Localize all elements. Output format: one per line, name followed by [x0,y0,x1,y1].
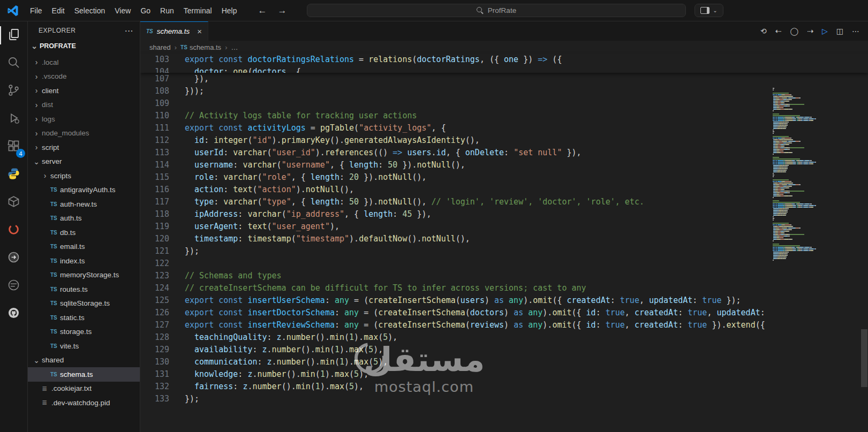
code-line[interactable]: 111export const activityLogs = pgTable("… [140,122,766,134]
token: ( [378,332,383,342]
code-line[interactable]: 112 id: integer("id").primaryKey().gener… [140,134,766,147]
code-line[interactable]: 116 action: text("action").notNull(), [140,184,766,196]
code-line[interactable]: 120 timestamp: timestamp("timestamp").de… [140,233,766,245]
code-line[interactable]: 104 doctor: one(doctors, { [140,66,868,73]
tree-item-logs[interactable]: ›logs [28,112,140,126]
tree-item-server[interactable]: ⌄server [28,155,140,169]
code-line[interactable]: 108})); [140,85,766,97]
code-line[interactable]: 123// Schemas and types [140,270,766,282]
tree-item-schema.ts[interactable]: TSschema.ts [28,367,140,382]
tree-item-antigravityAuth.ts[interactable]: TSantigravityAuth.ts [28,183,140,198]
tree-item-sqliteStorage.ts[interactable]: TSsqliteStorage.ts [28,297,140,311]
tree-item-scripts[interactable]: ›scripts [28,169,140,183]
workspace-root-row[interactable]: ⌄ PROFRATE [28,40,140,52]
code-line[interactable]: 119 userAgent: text("user_agent"), [140,221,766,233]
code-line[interactable]: 110// Activity logs table for tracking u… [140,110,766,122]
breadcrumb-item-[interactable]: … [231,43,238,51]
tree-item-auth-new.ts[interactable]: TSauth-new.ts [28,197,140,211]
typescript-file-icon: TS [50,215,60,221]
close-icon[interactable]: × [197,27,202,36]
breadcrumb-item-schema.ts[interactable]: TSschema.ts [180,43,221,51]
menu-terminal[interactable]: Terminal [179,5,217,17]
code-line[interactable]: 109 [140,97,766,110]
menu-help[interactable]: Help [217,5,242,17]
breadcrumb-item-shared[interactable]: shared [149,43,171,51]
activity-search[interactable] [0,49,27,77]
code-line[interactable]: 114 username: varchar("username", { leng… [140,159,766,171]
code-line[interactable]: 107 }), [140,73,766,85]
menu-edit[interactable]: Edit [47,5,70,17]
code-line[interactable]: 130 communication: z.number().min(1).max… [140,356,766,368]
tree-item-.dev-watchdog.pid[interactable]: ≣.dev-watchdog.pid [28,396,140,410]
command-center-search[interactable]: ProfRate [307,4,686,17]
tree-item-vite.ts[interactable]: TSvite.ts [28,339,140,353]
more-actions-icon[interactable]: ⋯ [852,27,859,35]
activity-live-share[interactable] [0,272,27,300]
code-line[interactable]: 113 userId: varchar("user_id").reference… [140,147,766,159]
run-file-icon[interactable]: ▷ [822,27,828,35]
scrollbar-thumb[interactable] [861,329,867,387]
open-changes-icon[interactable]: ◯ [790,27,799,35]
activity-jupyter[interactable] [0,216,27,244]
activity-source-control[interactable] [0,77,27,105]
code-line[interactable]: 117 type: varchar("type", { length: 50 }… [140,196,766,208]
tree-item-index.ts[interactable]: TSindex.ts [28,254,140,268]
split-editor-icon[interactable]: ◫ [836,27,843,35]
activity-python[interactable] [0,161,27,188]
tree-item-static.ts[interactable]: TSstatic.ts [28,310,140,325]
minimap-token [778,224,781,225]
activity-github[interactable] [0,300,27,328]
code-line[interactable]: 126export const insertDoctorSchema: any … [140,307,766,319]
activity-extensions[interactable]: 4 [0,133,27,161]
tree-item-email.ts[interactable]: TSemail.ts [28,240,140,254]
tree-item-.vscode[interactable]: ›.vscode [28,70,140,84]
code-line[interactable]: 131 knowledge: z.number().min(1).max(5), [140,368,766,381]
code-line[interactable]: 129 availability: z.number().min(1).max(… [140,344,766,356]
tree-item-client[interactable]: ›client [28,84,140,98]
tree-item-script[interactable]: ›script [28,140,140,155]
activity-package[interactable] [0,188,27,216]
forward-icon[interactable]: → [277,5,286,16]
code-line[interactable]: 115 role: varchar("role", { length: 20 }… [140,171,766,184]
next-change-icon[interactable]: ⇢ [807,27,813,35]
code-body[interactable]: 107 }),108}));109110// Activity logs tab… [140,73,766,432]
tree-item-shared[interactable]: ⌄shared [28,353,140,368]
activity-postman[interactable] [0,244,27,272]
code-line[interactable]: 132 fairness: z.number().min(1).max(5), [140,381,766,393]
code-line[interactable]: 122 [140,257,766,270]
tree-item-dist[interactable]: ›dist [28,98,140,112]
tab-schema-ts[interactable]: TS schema.ts × [140,21,208,41]
sticky-scroll[interactable]: 103export const doctorRatingsRelations =… [140,54,868,73]
menu-run[interactable]: Run [155,5,179,17]
prev-change-icon[interactable]: ⇠ [775,27,782,35]
tree-item-db.ts[interactable]: TSdb.ts [28,225,140,240]
code-line[interactable]: 118 ipAddress: varchar("ip_address", { l… [140,208,766,221]
activity-run-debug[interactable] [0,105,27,133]
menu-selection[interactable]: Selection [70,5,110,17]
code-line[interactable]: 127export const insertReviewSchema: any … [140,319,766,331]
more-actions-icon[interactable]: ⋯ [125,26,134,36]
timeline-icon[interactable]: ⟲ [760,27,767,35]
menu-file[interactable]: File [25,5,47,17]
tree-item-node_modules[interactable]: ›node_modules [28,126,140,141]
code-editor[interactable]: 103export const doctorRatingsRelations =… [140,54,868,432]
code-line[interactable]: 103export const doctorRatingsRelations =… [140,54,868,66]
code-line[interactable]: 125export const insertUserSchema: any = … [140,294,766,307]
menu-view[interactable]: View [110,5,135,17]
tree-item-storage.ts[interactable]: TSstorage.ts [28,325,140,339]
chevron-right-icon: › [32,129,41,138]
tree-item-memoryStorage.ts[interactable]: TSmemoryStorage.ts [28,268,140,283]
code-line[interactable]: 124// createInsertSchema can be difficul… [140,282,766,294]
code-line[interactable]: 121}); [140,245,766,257]
tree-item-routes.ts[interactable]: TSroutes.ts [28,282,140,297]
activity-explorer[interactable] [0,21,27,49]
menu-go[interactable]: Go [135,5,155,17]
layout-toggle[interactable]: ⌄ [695,4,723,17]
back-icon[interactable]: ← [258,5,267,16]
code-line[interactable]: 128 teachingQuality: z.number().min(1).m… [140,331,766,344]
tree-item-auth.ts[interactable]: TSauth.ts [28,211,140,226]
tree-item-.cookiejar.txt[interactable]: ≣.cookiejar.txt [28,382,140,396]
minimap[interactable] [773,88,858,261]
code-line[interactable]: 133}); [140,393,766,405]
tree-item-.local[interactable]: ›.local [28,55,140,70]
